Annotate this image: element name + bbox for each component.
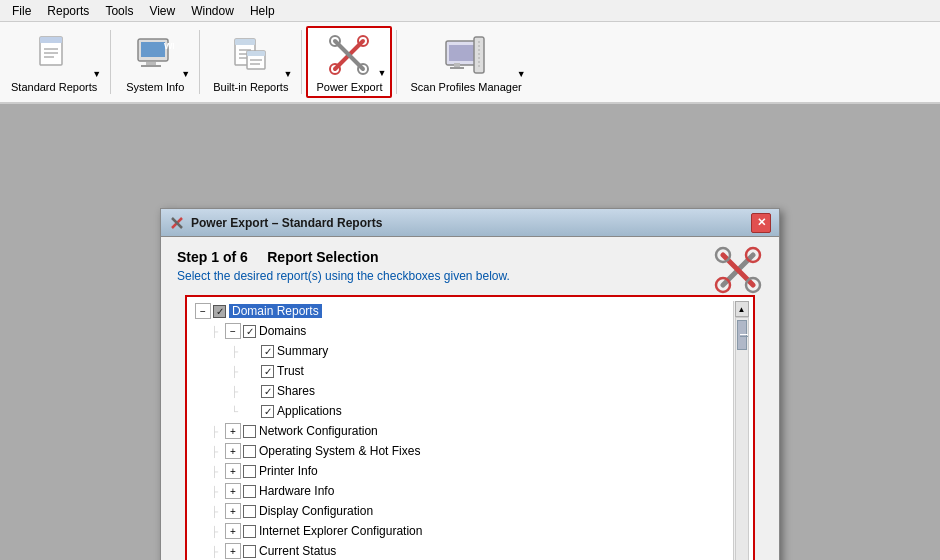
tree-node-os-hotfixes[interactable]: ├ + Operating System & Hot Fixes: [191, 441, 733, 461]
check-os-hotfixes[interactable]: [243, 445, 256, 458]
check-applications[interactable]: [261, 405, 274, 418]
expand-printer-info[interactable]: +: [225, 463, 241, 479]
expand-ie-config[interactable]: +: [225, 523, 241, 539]
sep3: [301, 30, 302, 94]
svg-rect-16: [247, 51, 265, 56]
toolbar-scan-profiles[interactable]: Scan Profiles Manager ▼: [401, 26, 530, 98]
tree-node-printer-info[interactable]: ├ + Printer Info: [191, 461, 733, 481]
dialog-title-area: Power Export – Standard Reports: [169, 215, 382, 231]
check-network-config[interactable]: [243, 425, 256, 438]
tree-node-trust[interactable]: ├ Trust: [191, 361, 733, 381]
power-export-icon: [325, 31, 373, 79]
menu-window[interactable]: Window: [183, 2, 242, 20]
scan-profiles-icon: [442, 31, 490, 79]
toolbar-system-info[interactable]: WMI System Info ▼: [115, 26, 195, 98]
toolbar-standard-reports[interactable]: Standard Reports ▼: [2, 26, 106, 98]
standard-reports-label: Standard Reports: [11, 81, 97, 93]
sep1: [110, 30, 111, 94]
toolbar: Standard Reports ▼ WMI System Info ▼: [0, 22, 940, 104]
scrollbar-thumb[interactable]: [737, 320, 747, 350]
power-export-label: Power Export: [316, 81, 382, 93]
power-export-arrow: ▼: [378, 68, 387, 78]
menu-view[interactable]: View: [141, 2, 183, 20]
tree-node-shares[interactable]: ├ Shares: [191, 381, 733, 401]
scan-profiles-label: Scan Profiles Manager: [410, 81, 521, 93]
tree-node-domains[interactable]: ├ − Domains: [191, 321, 733, 341]
svg-rect-11: [235, 39, 255, 45]
standard-reports-arrow: ▼: [92, 69, 101, 79]
svg-rect-1: [40, 37, 62, 43]
builtin-reports-label: Built-in Reports: [213, 81, 288, 93]
sep2: [199, 30, 200, 94]
tree-node-network-config[interactable]: ├ + Network Configuration: [191, 421, 733, 441]
expand-os-hotfixes[interactable]: +: [225, 443, 241, 459]
toolbar-power-export[interactable]: Power Export ▼: [306, 26, 392, 98]
expand-domains[interactable]: −: [225, 323, 241, 339]
tree-node-display-config[interactable]: ├ + Display Configuration: [191, 501, 733, 521]
expand-current-status[interactable]: +: [225, 543, 241, 559]
menu-file[interactable]: File: [4, 2, 39, 20]
label-domains: Domains: [259, 324, 306, 338]
step-header: Step 1 of 6 Report Selection: [177, 249, 763, 265]
svg-rect-7: [146, 62, 156, 65]
standard-reports-icon: [30, 31, 78, 79]
dialog-title: Power Export – Standard Reports: [191, 216, 382, 230]
label-network-config: Network Configuration: [259, 424, 378, 438]
label-shares: Shares: [277, 384, 315, 398]
scrollbar-track[interactable]: [735, 317, 749, 560]
menu-help[interactable]: Help: [242, 2, 283, 20]
tree-node-hardware-info[interactable]: ├ + Hardware Info: [191, 481, 733, 501]
dialog-body: Step 1 of 6 Report Selection Select the …: [161, 237, 779, 560]
system-info-icon: WMI: [131, 31, 179, 79]
svg-rect-8: [141, 65, 161, 67]
check-trust[interactable]: [261, 365, 274, 378]
check-domains[interactable]: [243, 325, 256, 338]
tree-node-domain-reports[interactable]: − Domain Reports: [191, 301, 733, 321]
label-ie-config: Internet Explorer Configuration: [259, 524, 422, 538]
label-display-config: Display Configuration: [259, 504, 373, 518]
menu-tools[interactable]: Tools: [97, 2, 141, 20]
step-title: Report Selection: [267, 249, 378, 265]
tree-node-summary[interactable]: ├ Summary: [191, 341, 733, 361]
label-domain-reports: Domain Reports: [229, 304, 322, 318]
label-applications: Applications: [277, 404, 342, 418]
label-printer-info: Printer Info: [259, 464, 318, 478]
toolbar-builtin-reports[interactable]: Built-in Reports ▼: [204, 26, 297, 98]
dialog: Power Export – Standard Reports ✕ Step 1…: [160, 208, 780, 560]
scrollbar-up[interactable]: ▲: [735, 301, 749, 317]
step-subtitle: Select the desired report(s) using the c…: [177, 269, 763, 283]
expand-network-config[interactable]: +: [225, 423, 241, 439]
tree-node-current-status[interactable]: ├ + Current Status: [191, 541, 733, 560]
svg-rect-26: [449, 45, 475, 61]
system-info-label: System Info: [126, 81, 184, 93]
system-info-arrow: ▼: [181, 69, 190, 79]
expand-domain-reports[interactable]: −: [195, 303, 211, 319]
wrench-decoration: [713, 245, 763, 298]
label-summary: Summary: [277, 344, 328, 358]
label-os-hotfixes: Operating System & Hot Fixes: [259, 444, 420, 458]
check-printer-info[interactable]: [243, 465, 256, 478]
check-current-status[interactable]: [243, 545, 256, 558]
svg-rect-27: [454, 63, 460, 67]
check-shares[interactable]: [261, 385, 274, 398]
dialog-close-button[interactable]: ✕: [751, 213, 771, 233]
tree-node-applications[interactable]: └ Applications: [191, 401, 733, 421]
menu-reports[interactable]: Reports: [39, 2, 97, 20]
tree-scrollbar[interactable]: ▲ ▼: [733, 301, 749, 560]
tree-node-ie-config[interactable]: ├ + Internet Explorer Configuration: [191, 521, 733, 541]
builtin-reports-icon: [227, 31, 275, 79]
check-display-config[interactable]: [243, 505, 256, 518]
tree-content[interactable]: − Domain Reports ├ − Domains ├: [191, 301, 733, 560]
label-current-status: Current Status: [259, 544, 336, 558]
check-hardware-info[interactable]: [243, 485, 256, 498]
check-domain-reports[interactable]: [213, 305, 226, 318]
expand-display-config[interactable]: +: [225, 503, 241, 519]
check-summary[interactable]: [261, 345, 274, 358]
step-number: Step 1 of 6: [177, 249, 248, 265]
scrollbar-grip: [740, 334, 748, 337]
sep4: [396, 30, 397, 94]
expand-hardware-info[interactable]: +: [225, 483, 241, 499]
check-ie-config[interactable]: [243, 525, 256, 538]
menu-bar: File Reports Tools View Window Help: [0, 0, 940, 22]
svg-rect-28: [450, 67, 464, 69]
